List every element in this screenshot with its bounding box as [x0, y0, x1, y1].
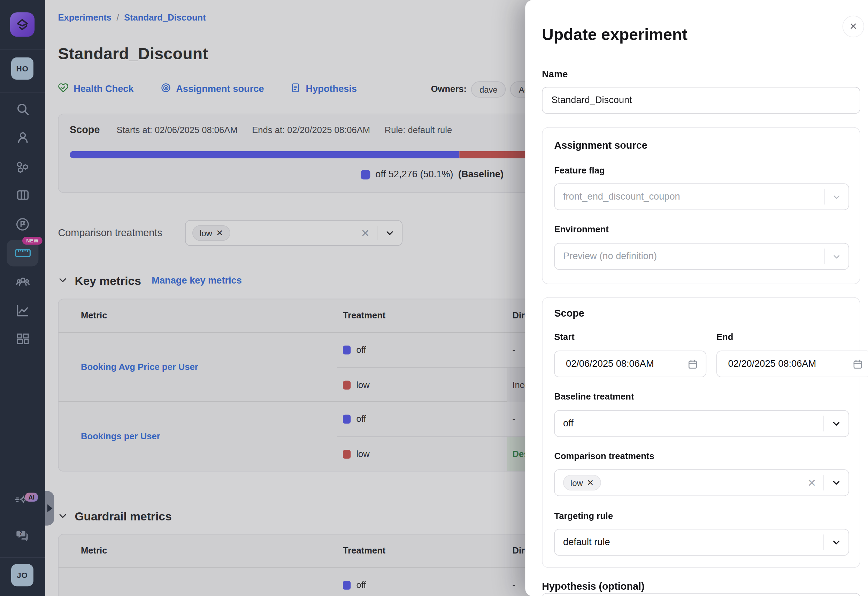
targeting-rule-select[interactable]: default rule — [554, 529, 849, 556]
assignment-source-card: Assignment source Feature flag front_end… — [542, 127, 860, 284]
calendar-icon[interactable] — [688, 359, 698, 369]
environment-label: Environment — [554, 225, 608, 235]
end-date-field[interactable]: 02/20/2025 08:06AM — [716, 350, 868, 377]
start-date-field[interactable]: 02/06/2025 08:06AM — [554, 350, 706, 377]
chevron-down-icon — [824, 193, 849, 201]
hypothesis-textarea[interactable]: ◢ — [542, 593, 860, 596]
comparison-treatments-label: Comparison treatments — [554, 451, 654, 462]
feature-flag-select[interactable]: front_end_discount_coupon — [554, 183, 849, 210]
chevron-down-icon[interactable] — [824, 419, 849, 428]
calendar-icon[interactable] — [852, 359, 863, 369]
scope-title: Scope — [554, 308, 584, 319]
end-date-value: 02/20/2025 08:06AM — [728, 358, 816, 370]
feature-flag-value: front_end_discount_coupon — [563, 191, 680, 202]
name-label: Name — [542, 69, 568, 80]
chevron-down-icon — [824, 252, 849, 261]
baseline-treatment-select[interactable]: off — [554, 410, 849, 437]
chevron-down-icon[interactable] — [824, 538, 849, 547]
update-experiment-panel: ✕ Update experiment Name Standard_Discou… — [525, 0, 868, 596]
close-icon[interactable]: ✕ — [843, 16, 864, 37]
baseline-treatment-value: off — [563, 418, 574, 429]
comparison-treatments-select[interactable]: low ✕ ✕ — [554, 469, 849, 496]
tag-remove-icon[interactable]: ✕ — [587, 478, 594, 488]
baseline-treatment-label: Baseline treatment — [554, 392, 634, 402]
chevron-down-icon[interactable] — [824, 478, 849, 487]
environment-value: Preview (no definition) — [563, 251, 657, 262]
end-label: End — [716, 332, 733, 342]
environment-select[interactable]: Preview (no definition) — [554, 243, 849, 270]
treatment-tag-low[interactable]: low ✕ — [563, 475, 601, 490]
scope-card: Scope Start End 02/06/2025 08:06AM 02/20… — [542, 297, 860, 568]
start-date-value: 02/06/2025 08:06AM — [566, 358, 654, 370]
targeting-rule-label: Targeting rule — [554, 511, 613, 521]
start-label: Start — [554, 332, 574, 342]
treatment-tag-label: low — [570, 478, 583, 487]
assignment-source-title: Assignment source — [554, 140, 647, 152]
targeting-rule-value: default rule — [563, 537, 610, 548]
hypothesis-optional-label: Hypothesis (optional) — [542, 581, 644, 593]
feature-flag-label: Feature flag — [554, 165, 605, 176]
app-root: Experiments/Standard_Discount Standard_D… — [0, 0, 868, 596]
panel-title: Update experiment — [542, 26, 688, 44]
select-clear-icon[interactable]: ✕ — [800, 476, 824, 489]
name-field[interactable]: Standard_Discount — [542, 87, 860, 114]
